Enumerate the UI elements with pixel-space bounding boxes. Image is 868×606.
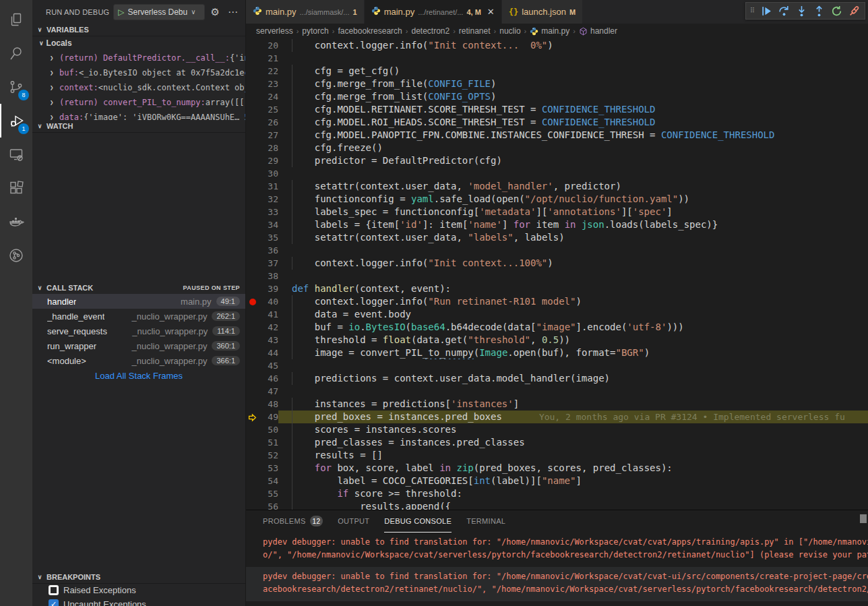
code-line[interactable]: 29 predictor = DefaultPredictor(cfg) (246, 154, 868, 167)
breakpoint-gutter[interactable] (246, 282, 259, 295)
line-number[interactable]: 42 (259, 321, 278, 334)
console-message-block[interactable]: pydev debugger: unable to find translati… (246, 567, 868, 601)
breakpoint-gutter[interactable] (246, 193, 259, 206)
line-number[interactable]: 24 (259, 90, 278, 103)
code-line[interactable]: 20 context.logger.info("Init context... … (246, 39, 868, 52)
load-all-stack-frames-link[interactable]: Load All Stack Frames (32, 368, 245, 383)
breakpoint-gutter[interactable] (246, 449, 259, 462)
code-line[interactable]: 35 setattr(context.user_data, "labels", … (246, 231, 868, 244)
breakpoint-gutter[interactable] (246, 90, 259, 103)
breakpoint-gutter[interactable] (246, 475, 259, 487)
checkbox-unchecked-icon[interactable] (49, 585, 59, 595)
code-line[interactable]: 44 image = convert_PIL_to_numpy(Image.op… (246, 346, 868, 359)
code-line[interactable]: 31 setattr(context.user_data, 'model_han… (246, 180, 868, 193)
code-line[interactable]: 46 predictions = context.user_data.model… (246, 372, 868, 385)
code-line[interactable]: 27 cfg.MODEL.PANOPTIC_FPN.COMBINE.INSTAN… (246, 129, 868, 142)
extensions-icon[interactable] (0, 171, 32, 205)
breakpoint-gutter[interactable] (246, 321, 259, 334)
breakpoint-gutter[interactable] (246, 372, 259, 385)
remote-explorer-icon[interactable] (0, 138, 32, 171)
line-number[interactable]: 20 (259, 39, 278, 52)
tab-main.py[interactable]: main.py.../retinanet/...4, M✕ (365, 0, 502, 24)
chevron-right-icon[interactable]: ❯ (50, 69, 59, 76)
search-icon[interactable] (0, 36, 32, 70)
debug-console-output[interactable]: pydev debugger: unable to find translati… (246, 533, 868, 606)
breakpoint-gutter[interactable] (246, 116, 259, 129)
line-number[interactable]: 27 (259, 129, 278, 142)
breakpoint-gutter[interactable] (246, 52, 259, 65)
breakpoint-gutter[interactable] (246, 270, 259, 282)
line-number[interactable]: 52 (259, 449, 278, 462)
run-and-debug-icon[interactable]: 1 (0, 104, 32, 138)
breakpoint-gutter[interactable] (246, 154, 259, 167)
more-actions-icon[interactable]: ⋯ (226, 6, 240, 18)
call-stack-header[interactable]: ∨ CALL STACK PAUSED ON STEP (32, 282, 245, 294)
line-number[interactable]: 32 (259, 193, 278, 206)
code-line[interactable]: 32 functionconfig = yaml.safe_load(open(… (246, 193, 868, 206)
line-number[interactable]: 49 (259, 411, 278, 423)
breakpoint-gutter[interactable] (246, 257, 259, 270)
breakpoint-gutter[interactable] (246, 487, 259, 500)
breadcrumb-item-nuclio[interactable]: nuclio (499, 26, 520, 36)
breakpoint-gutter[interactable] (246, 103, 259, 116)
code-line[interactable]: 30 (246, 167, 868, 180)
breadcrumb-item-facebookresearch[interactable]: facebookresearch (338, 26, 402, 36)
variable-row[interactable]: ❯(return) DefaultPredictor.__call__: {'i… (32, 51, 245, 65)
toolbar-drag-handle[interactable]: ⠿ (749, 8, 757, 13)
gear-icon[interactable]: ⚙ (209, 6, 222, 18)
line-number[interactable]: 45 (259, 359, 278, 372)
line-number[interactable]: 47 (259, 385, 278, 398)
locals-scope[interactable]: ∨ Locals (32, 36, 245, 51)
code-line[interactable]: 28 cfg.freeze() (246, 142, 868, 154)
code-line[interactable]: 39def handler(context, event): (246, 282, 868, 295)
variable-row[interactable]: ❯context: <nuclio_sdk.context.Context ob… (32, 80, 245, 95)
breakpoint-gutter[interactable] (246, 167, 259, 180)
breakpoint-gutter[interactable] (246, 218, 259, 231)
code-line[interactable]: 33 labels_spec = functionconfig['metadat… (246, 206, 868, 218)
panel-tab-terminal[interactable]: TERMINAL (466, 510, 505, 533)
line-number[interactable]: 41 (259, 308, 278, 321)
watch-header[interactable]: ∨ WATCH (32, 120, 245, 132)
breakpoint-gutter[interactable] (246, 78, 259, 90)
breakpoint-row[interactable]: ✓Uncaught Exceptions (32, 597, 245, 606)
breakpoint-gutter[interactable] (246, 142, 259, 154)
panel-tab-output[interactable]: OUTPUT (338, 510, 369, 533)
line-number[interactable]: 44 (259, 346, 278, 359)
chevron-right-icon[interactable]: ❯ (50, 99, 59, 106)
breakpoint-gutter[interactable] (246, 436, 259, 449)
line-number[interactable]: 34 (259, 218, 278, 231)
breadcrumb-item-handler[interactable]: handler (579, 26, 617, 36)
line-number[interactable]: 43 (259, 334, 278, 346)
code-editor[interactable]: 20 context.logger.info("Init context... … (246, 38, 868, 510)
line-number[interactable]: 35 (259, 231, 278, 244)
line-number[interactable]: 48 (259, 398, 278, 411)
breadcrumb-item-pytorch[interactable]: pytorch (302, 26, 328, 36)
code-line[interactable]: 42 buf = io.BytesIO(base64.b64decode(dat… (246, 321, 868, 334)
code-line[interactable]: 47 (246, 385, 868, 398)
code-line[interactable]: 25 cfg.MODEL.RETINANET.SCORE_THRESH_TEST… (246, 103, 868, 116)
breakpoint-gutter[interactable] (246, 346, 259, 359)
code-line[interactable]: 45 (246, 359, 868, 372)
breadcrumb-item-retinanet[interactable]: retinanet (459, 26, 491, 36)
step-out-icon[interactable] (811, 3, 827, 18)
line-number[interactable]: 29 (259, 154, 278, 167)
code-line[interactable]: 53 for box, score, label in zip(pred_box… (246, 462, 868, 475)
chevron-right-icon[interactable]: ❯ (50, 55, 59, 61)
code-line[interactable]: 55 if score >= threshold: (246, 487, 868, 500)
code-line[interactable]: 48 instances = predictions['instances'] (246, 398, 868, 411)
breakpoint-gutter[interactable] (246, 334, 259, 346)
line-number[interactable]: 33 (259, 206, 278, 218)
tab-main.py[interactable]: main.py.../siammask/...1 (246, 0, 365, 24)
start-debug-icon[interactable]: ▷ (118, 7, 124, 17)
breakpoint-gutter[interactable] (246, 180, 259, 193)
line-number[interactable]: 55 (259, 487, 278, 500)
code-line[interactable]: 40 context.logger.info("Run retinanet-R1… (246, 295, 868, 308)
breakpoint-gutter[interactable] (246, 65, 259, 78)
tab-launch.json[interactable]: {}launch.jsonM (502, 0, 583, 24)
breakpoint-gutter[interactable] (246, 462, 259, 475)
code-line[interactable]: 49 pred_boxes = instances.pred_boxesYou,… (246, 411, 868, 423)
variable-row[interactable]: ❯(return) convert_PIL_to_numpy: array([[… (32, 95, 245, 110)
stack-frame-row[interactable]: run_wrapper_nuclio_wrapper.py360:1 (32, 338, 245, 353)
disconnect-icon[interactable] (846, 3, 862, 18)
close-icon[interactable]: ✕ (487, 7, 495, 17)
